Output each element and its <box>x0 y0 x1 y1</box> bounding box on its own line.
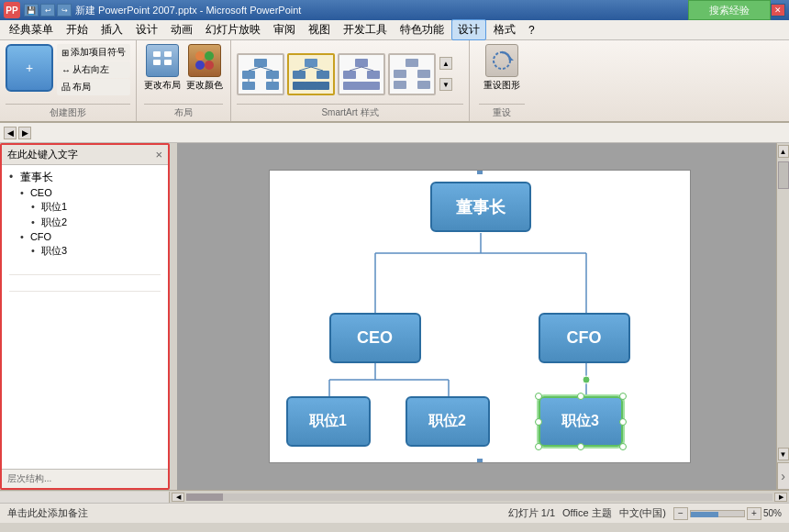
close-btn[interactable]: ✕ <box>771 4 785 17</box>
smartart-style-3[interactable] <box>338 53 385 95</box>
svg-rect-3 <box>164 60 172 65</box>
add-shape-button[interactable]: + <box>6 44 53 92</box>
hscroll-right-btn[interactable]: ▶ <box>774 493 787 502</box>
tree-item-0[interactable]: • 董事长 <box>9 169 161 186</box>
menu-bar: 经典菜单 开始 插入 设计 动画 幻灯片放映 审阅 视图 开发工具 特色功能 设… <box>0 20 789 40</box>
layout-content: 更改布局 更改颜色 <box>144 44 223 104</box>
zoom-controls: − + 50% <box>673 507 782 520</box>
menu-insert[interactable]: 插入 <box>95 20 128 39</box>
change-color-btn[interactable] <box>188 44 221 77</box>
handle-bottom[interactable] <box>577 443 584 450</box>
change-color-icon <box>193 49 217 72</box>
org-zw1-node[interactable]: 职位1 <box>286 396 371 447</box>
tree-item-2[interactable]: • 职位1 <box>31 199 161 215</box>
slide-note-hint: 单击此处添加备注 <box>7 506 88 520</box>
text-pane-header: 在此处键入文字 × <box>2 145 168 165</box>
tree-item-4[interactable]: • CFO <box>20 230 161 243</box>
hscroll-left-btn[interactable]: ◀ <box>172 493 184 502</box>
layout-btn[interactable]: 品 布局 <box>57 79 130 95</box>
svg-point-47 <box>583 376 590 383</box>
menu-slideshow[interactable]: 幻灯片放映 <box>200 20 266 39</box>
menu-special[interactable]: 特色功能 <box>394 20 450 39</box>
tree-item-1[interactable]: • CEO <box>20 186 161 199</box>
window-title: 新建 PowerPoint 2007.pptx - Microsoft Powe… <box>75 4 301 17</box>
org-ceo-node[interactable]: CEO <box>329 313 421 363</box>
styles-down-btn[interactable]: ▼ <box>439 78 452 91</box>
bullet-5: • <box>31 245 35 256</box>
menu-format[interactable]: 格式 <box>488 20 521 39</box>
menu-animation[interactable]: 动画 <box>165 20 198 39</box>
slide-area: 董事长 CEO CFO 职位1 职位2 <box>170 143 789 490</box>
change-layout-icon <box>150 49 174 72</box>
handle-left[interactable] <box>535 418 542 426</box>
tree-text-4: CFO <box>30 231 51 242</box>
smartart-style-2-active[interactable] <box>287 53 335 95</box>
rtl-btn[interactable]: ↔ 从右向左 <box>57 61 130 78</box>
hscroll-thumb[interactable] <box>186 493 223 501</box>
scroll-thumb[interactable] <box>778 161 789 189</box>
menu-design2[interactable]: 设计 <box>451 19 486 40</box>
scroll-up-btn[interactable]: ▲ <box>778 145 789 158</box>
handle-tl[interactable] <box>535 393 542 400</box>
tree-text-5: 职位3 <box>41 245 67 256</box>
svg-rect-28 <box>343 82 380 90</box>
handle-right[interactable] <box>619 418 627 426</box>
svg-marker-36 <box>510 57 514 61</box>
reset-graphic-icon <box>490 49 514 72</box>
handle-tr[interactable] <box>619 393 627 400</box>
change-layout-btn[interactable] <box>146 44 179 77</box>
next-slide-arrow[interactable]: › <box>777 462 790 490</box>
org-root-node[interactable]: 董事长 <box>430 182 531 232</box>
menu-view[interactable]: 视图 <box>303 20 336 39</box>
svg-rect-25 <box>355 59 368 67</box>
tree-item-3[interactable]: • 职位2 <box>31 215 161 230</box>
svg-rect-12 <box>266 82 279 90</box>
smartart-style-3-icon <box>341 57 382 92</box>
handle-bl[interactable] <box>535 443 542 450</box>
tree-item-5[interactable]: • 职位3 <box>31 243 161 259</box>
menu-home[interactable]: 开始 <box>61 20 94 39</box>
smartart-style-4-icon <box>392 57 432 92</box>
org-zw3-node[interactable]: 职位3 <box>539 396 623 447</box>
slide-canvas[interactable]: 董事长 CEO CFO 职位1 职位2 <box>269 170 691 463</box>
app-logo[interactable]: PP <box>4 2 20 18</box>
menu-help[interactable]: ? <box>523 22 540 39</box>
search-btn[interactable]: 搜索经验 <box>688 0 771 20</box>
zoom-slider[interactable] <box>690 510 745 517</box>
smartart-style-1[interactable] <box>237 53 284 95</box>
bullet-2: • <box>31 201 35 212</box>
add-symbol-btn[interactable]: ⊞ 添加项目符号 <box>57 44 130 61</box>
styles-up-btn[interactable]: ▲ <box>439 57 452 70</box>
handle-br[interactable] <box>619 443 627 450</box>
menu-design[interactable]: 设计 <box>130 20 163 39</box>
quick-access: 💾 ↩ ↪ <box>24 4 72 17</box>
org-cfo-node[interactable]: CFO <box>539 313 630 363</box>
cfo-label: CFO <box>539 313 630 363</box>
zoom-out-btn[interactable]: − <box>673 507 688 520</box>
zoom-in-btn[interactable]: + <box>747 507 761 520</box>
svg-line-14 <box>261 67 272 71</box>
undo-btn-quick[interactable]: ↩ <box>40 4 55 17</box>
svg-point-4 <box>195 51 205 61</box>
svg-rect-0 <box>153 51 161 57</box>
empty-line-1[interactable] <box>9 259 161 275</box>
redo-btn-quick[interactable]: ↪ <box>57 4 72 17</box>
layout-group-label: 布局 <box>144 104 223 121</box>
smartart-style-4[interactable] <box>388 53 436 95</box>
svg-rect-19 <box>317 71 329 79</box>
text-pane-body[interactable]: • 董事长 • CEO • 职位1 • 职位2 • CFO • 职位3 <box>2 165 168 469</box>
menu-developer[interactable]: 开发工具 <box>338 20 393 39</box>
reset-graphic-btn[interactable] <box>485 44 518 77</box>
scroll-down-btn[interactable]: ▼ <box>778 448 789 460</box>
nav-prev-btn[interactable]: ◀ <box>4 127 17 139</box>
handle-top[interactable] <box>577 393 584 400</box>
empty-line-2[interactable] <box>9 275 161 292</box>
text-pane-close-btn[interactable]: × <box>155 148 162 161</box>
lang-info: 中文(中国) <box>619 506 666 520</box>
org-zw2-node[interactable]: 职位2 <box>406 396 490 447</box>
menu-review[interactable]: 审阅 <box>268 20 301 39</box>
menu-classic[interactable]: 经典菜单 <box>4 20 59 39</box>
nav-next-btn[interactable]: ▶ <box>18 127 31 139</box>
small-btns: ⊞ 添加项目符号 ↔ 从右向左 品 布局 <box>57 44 130 95</box>
save-btn-quick[interactable]: 💾 <box>24 4 39 17</box>
